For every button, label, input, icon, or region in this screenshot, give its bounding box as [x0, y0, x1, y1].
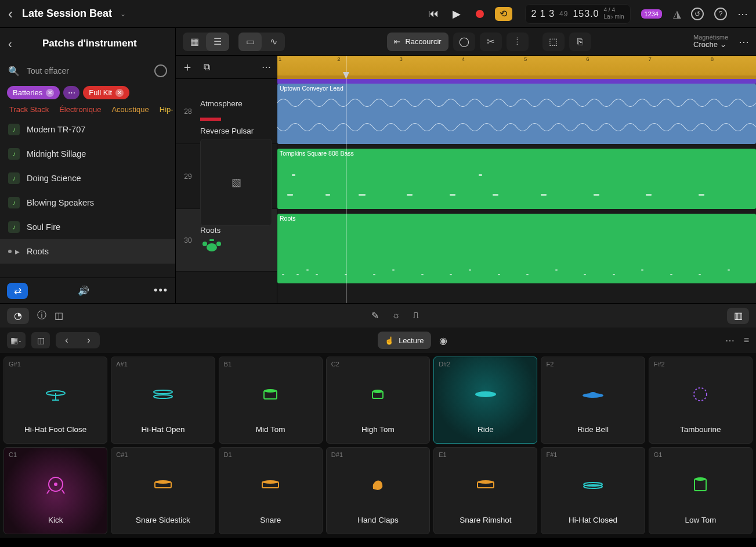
- track-name[interactable]: Reverse Pulsar: [200, 127, 272, 135]
- pencil-tool-icon[interactable]: ✎: [371, 310, 379, 321]
- category-hip[interactable]: Hip-: [160, 105, 173, 114]
- region-view-button[interactable]: ▭: [238, 33, 262, 51]
- more-menu-icon[interactable]: ⋯: [737, 8, 748, 20]
- marquee-tool-icon[interactable]: ⬚: [542, 33, 565, 51]
- drum-pad[interactable]: G#1 Hi-Hat Foot Close: [3, 357, 107, 444]
- function-menu[interactable]: ⇤ Raccourcir: [387, 33, 448, 51]
- automation-view-button[interactable]: ∿: [262, 33, 285, 51]
- category-trackstack[interactable]: Track Stack: [9, 105, 49, 114]
- drum-pad[interactable]: F#1 Hi-Hat Closed: [541, 447, 645, 534]
- track-name[interactable]: Atmosphere: [200, 99, 272, 108]
- go-to-start-button[interactable]: ⏮: [425, 6, 442, 22]
- track-header[interactable]: 29 Reverse Pulsar▧: [176, 144, 277, 209]
- drum-pad[interactable]: D#1 Hand Claps: [326, 447, 430, 534]
- tag-batteries[interactable]: Batteries✕: [7, 86, 60, 99]
- tag-batteries-remove-icon[interactable]: ✕: [46, 89, 54, 97]
- pad-sidebar-button[interactable]: ◫: [31, 332, 50, 348]
- drum-pad[interactable]: D1 Snare: [219, 447, 323, 534]
- info-icon[interactable]: ⓘ: [37, 310, 46, 322]
- patch-item[interactable]: ♪Blowing Speakers: [0, 190, 175, 215]
- panel-toggle-icon[interactable]: ◫: [55, 310, 63, 321]
- preview-volume-icon[interactable]: 🔊: [78, 285, 89, 296]
- view-list-button[interactable]: ☰: [206, 33, 229, 51]
- pad-next-button[interactable]: ›: [78, 332, 100, 348]
- copy-tool-icon[interactable]: ⎘: [569, 33, 591, 51]
- pad-grid-button[interactable]: ▦⌄: [7, 332, 26, 348]
- project-title[interactable]: Late Session Beat: [22, 8, 112, 20]
- back-chevron[interactable]: ‹: [8, 6, 13, 22]
- track-header-more-icon[interactable]: ⋯: [262, 62, 271, 73]
- drum-pad[interactable]: F#2 Tambourine: [649, 357, 753, 444]
- pad-prev-button[interactable]: ‹: [56, 332, 78, 348]
- marker-row[interactable]: [277, 79, 756, 84]
- patch-item[interactable]: ♪Doing Science: [0, 166, 175, 190]
- drum-pad[interactable]: F2 Ride Bell: [541, 357, 645, 444]
- lcd-display[interactable]: 2 1 3 49 153.0 4 / 4 La♭ min: [525, 4, 631, 24]
- lcd-key[interactable]: La♭ min: [604, 14, 624, 20]
- swap-patch-button[interactable]: ⇄: [7, 283, 28, 299]
- search-icon[interactable]: 🔍: [8, 66, 20, 77]
- undo-history-icon[interactable]: ↺: [691, 8, 704, 20]
- lcd-position[interactable]: 2 1 3: [531, 9, 555, 19]
- snare-icon: [261, 479, 280, 491]
- patch-item[interactable]: ♪Modern TR-707: [0, 117, 175, 142]
- pad-more-icon[interactable]: ⋯: [725, 335, 735, 346]
- mic-icon[interactable]: ◉: [439, 335, 447, 346]
- library-back-button[interactable]: ‹: [8, 37, 12, 51]
- help-icon[interactable]: ?: [714, 8, 727, 20]
- add-track-button[interactable]: ＋: [182, 59, 193, 75]
- lcd-subposition[interactable]: 49: [559, 10, 568, 18]
- lcd-tempo[interactable]: 153.0: [573, 9, 599, 19]
- mixer-icon[interactable]: ⎍: [413, 310, 419, 321]
- play-mode-button[interactable]: ☝ Lecture: [378, 332, 431, 349]
- loop-tool-icon[interactable]: ◯: [453, 33, 475, 51]
- midi-region[interactable]: Tompkins Square 808 Bass: [277, 149, 756, 209]
- lcd-time-signature[interactable]: 4 / 4: [604, 8, 615, 13]
- list-options-icon[interactable]: [154, 64, 167, 77]
- record-button[interactable]: [472, 6, 488, 22]
- ruler[interactable]: 1 2 3 4 5 6 7 8: [277, 56, 756, 79]
- drum-pad[interactable]: C#1 Snare Sidestick: [111, 447, 215, 534]
- project-menu-chevron[interactable]: ⌄: [120, 10, 126, 18]
- metronome-button[interactable]: ◮: [669, 6, 685, 22]
- track-name[interactable]: Roots: [200, 226, 272, 235]
- cycle-button[interactable]: ⟲: [495, 7, 512, 21]
- brightness-icon[interactable]: ☼: [392, 310, 400, 321]
- cycle-range[interactable]: [277, 75, 756, 79]
- midi-region[interactable]: Roots: [277, 214, 756, 283]
- snap-menu[interactable]: Magnétisme Croche ⌄: [693, 34, 728, 49]
- clear-all-button[interactable]: Tout effacer: [27, 66, 147, 75]
- drum-pad-active[interactable]: C1 Kick: [3, 447, 107, 534]
- svg-point-10: [264, 389, 277, 393]
- tag-more-button[interactable]: ⋯: [63, 86, 79, 99]
- drum-pad[interactable]: A#1 Hi-Hat Open: [111, 357, 215, 444]
- duplicate-track-icon[interactable]: ⧉: [204, 62, 210, 73]
- tag-fullkit[interactable]: Full Kit✕: [83, 86, 129, 99]
- patch-item[interactable]: ♪Soul Fire: [0, 215, 175, 239]
- patch-play-icon[interactable]: ▶: [15, 249, 20, 255]
- keyboard-toggle-button[interactable]: ▥: [727, 308, 749, 324]
- arrange-lanes[interactable]: 1 2 3 4 5 6 7 8 Uptown Conveyor Lead: [277, 56, 756, 303]
- scale-quantize-button[interactable]: 1234: [641, 9, 662, 19]
- category-acoustique[interactable]: Acoustique: [111, 105, 149, 114]
- play-button[interactable]: ▶: [448, 6, 465, 22]
- audio-region[interactable]: Uptown Conveyor Lead: [277, 84, 756, 144]
- library-more-icon[interactable]: •••: [154, 285, 168, 297]
- drum-pad-active[interactable]: D#2 Ride: [433, 357, 537, 444]
- category-electronique[interactable]: Électronique: [59, 105, 101, 114]
- patch-list[interactable]: ♪Modern TR-707 ♪Midnight Sillage ♪Doing …: [0, 117, 175, 278]
- drum-pad[interactable]: E1 Snare Rimshot: [433, 447, 537, 534]
- patch-item-selected[interactable]: ▶ Roots: [0, 239, 175, 264]
- tag-fullkit-remove-icon[interactable]: ✕: [115, 89, 124, 97]
- playhead[interactable]: [346, 56, 346, 303]
- split-tool-icon[interactable]: ⦙: [507, 33, 529, 51]
- arrange-more-icon[interactable]: ⋯: [739, 35, 749, 48]
- drum-pad[interactable]: B1 Mid Tom: [219, 357, 323, 444]
- drum-pad[interactable]: G1 Low Tom: [649, 447, 753, 534]
- view-grid-button[interactable]: ▦: [183, 33, 206, 51]
- drum-pad[interactable]: C2 High Tom: [326, 357, 430, 444]
- editor-view-button[interactable]: ◔: [7, 308, 29, 324]
- scissors-tool-icon[interactable]: ✂: [480, 33, 502, 51]
- pad-drag-handle-icon[interactable]: ≡: [744, 335, 749, 346]
- patch-item[interactable]: ♪Midnight Sillage: [0, 142, 175, 166]
